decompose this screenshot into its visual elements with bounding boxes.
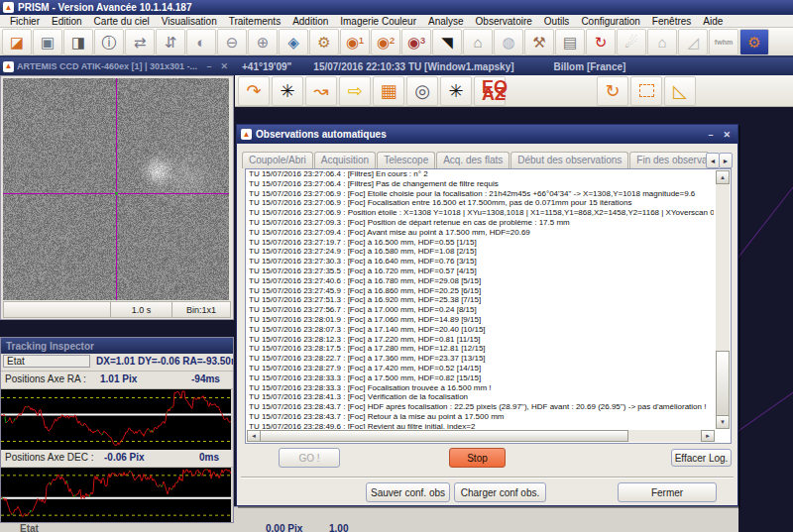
save-config-button[interactable]: Sauver conf. obs — [366, 482, 450, 502]
dome-gray-icon[interactable]: ⌂ — [647, 29, 677, 55]
load-config-button[interactable]: Charger conf obs. — [454, 482, 546, 502]
menu-item[interactable]: Visualisation — [156, 16, 223, 27]
tab-acquisition[interactable]: Acquisition — [314, 152, 376, 168]
log-line: TU 15/07/2016 23:28:17.5 : [Foc] à 17.28… — [249, 344, 714, 354]
comet-icon[interactable]: ☄ — [617, 29, 646, 55]
log-line: TU 15/07/2016 23:28:33.3 : [Foc] à 17.50… — [249, 373, 714, 383]
ccd-minimize-button[interactable]: – — [203, 61, 214, 71]
dialog-titlebar[interactable]: ▲ Observations automatiques – ✕ — [237, 125, 737, 144]
menu-item[interactable]: Observatoire — [470, 16, 538, 27]
menu-item[interactable]: Traitements — [223, 16, 286, 27]
status-datetime: 15/07/2016 22:10:33 TU [Window1.mapsky] — [313, 61, 513, 72]
zoom-out-icon[interactable]: ⊖ — [217, 29, 247, 55]
log-line: TU 15/07/2016 23:27:06.4 : [Filtres] Pas… — [249, 179, 714, 189]
center-frame-icon[interactable]: ✳ — [440, 76, 472, 106]
menu-item[interactable]: Outils — [538, 16, 576, 27]
telescope-icon[interactable]: ◥ — [432, 29, 462, 55]
info-icon[interactable]: ⓘ — [94, 29, 124, 55]
menu-item[interactable]: Carte du ciel — [88, 16, 156, 27]
camera-3-icon[interactable]: ◉³ — [401, 29, 431, 55]
tab-telescope[interactable]: Telescope — [377, 152, 435, 168]
toolbar-icon — [639, 84, 654, 97]
stop-button[interactable]: Stop — [449, 448, 506, 468]
display-adjust-icon[interactable]: ◨ — [63, 29, 93, 55]
pointing-arrow-icon[interactable]: ↷ — [238, 76, 270, 106]
tab-scroll-right-button[interactable]: ► — [719, 153, 733, 168]
save-icon[interactable]: ▣ — [33, 29, 62, 55]
log-line: TU 15/07/2016 23:28:33.3 : [Foc] Focalis… — [249, 383, 714, 393]
tab-scroll-left-button[interactable]: ◄ — [706, 153, 720, 168]
clear-log-button[interactable]: Effacer Log. — [671, 449, 732, 467]
robot-arm-icon[interactable]: ⚙ — [739, 29, 769, 55]
ccd-window-titlebar[interactable]: ▲ ARTEMIS CCD ATIK-460ex [1] | 301x301 -… — [0, 57, 234, 75]
menu-item[interactable]: Fichier — [4, 16, 46, 27]
refresh-icon[interactable]: ↻ — [586, 29, 616, 55]
magnifier-window-icon[interactable]: ◈ — [279, 29, 308, 55]
contrast-icon[interactable]: ◐ — [186, 29, 216, 55]
bottom-pixels-value: 0.00 Pix — [266, 523, 302, 532]
camera-1-icon[interactable]: ◉¹ — [340, 29, 370, 55]
bottom-state-label: Etat — [20, 523, 39, 532]
log-line: TU 15/07/2016 23:28:41.3 : [Foc] Vérific… — [249, 392, 714, 402]
tracking-dec-ms: 0ms — [199, 452, 219, 463]
scroll-down-icon[interactable]: ▼ — [716, 415, 730, 429]
go-button[interactable]: GO ! — [279, 448, 340, 468]
celestial-sphere-icon[interactable]: ◍ — [494, 29, 523, 55]
tab-fin-des-observations[interactable]: Fin des observations — [629, 152, 708, 168]
tracking-dec-row: Positions Axe DEC : -0.06 Pix 0ms — [1, 450, 233, 468]
close-dialog-button[interactable]: Fermer — [618, 482, 717, 502]
angle-tool-icon[interactable]: ◺ — [664, 76, 696, 106]
main-titlebar: ▲ PRISM - Version Avancée 10.1.14.187 — [0, 0, 793, 15]
guiding-monitor-icon[interactable]: ◎ — [406, 76, 438, 106]
goto-slew-icon[interactable]: ↝ — [305, 76, 337, 106]
vertical-scroll-thumb[interactable] — [716, 351, 730, 416]
bottom-extra-value: 1.00 — [329, 523, 348, 532]
eq-az-icon[interactable]: EQ AZ — [474, 76, 506, 106]
selection-box-icon[interactable] — [630, 76, 662, 106]
main-toolbar: ◪ ▣ ◨ ⓘ ⇄ ⇵ ◐ ⊖ ⊕ ◈ ⚙ ◉¹ — [0, 28, 793, 57]
dialog-tabs: Coupole/AbriAcquisitionTelescopeAcq. des… — [242, 150, 708, 168]
execution-log[interactable]: TU 15/07/2016 23:27:06.4 : [Filtres] En … — [245, 168, 732, 444]
dialog-close-button[interactable]: ✕ — [720, 130, 734, 140]
log-line: TU 15/07/2016 23:27:56.7 : [Foc] à 17.00… — [249, 305, 714, 315]
horizontal-scroll-thumb[interactable] — [260, 430, 628, 442]
zoom-in-icon[interactable]: ⊕ — [248, 29, 278, 55]
tracking-titlebar[interactable]: Tracking Inspector — [1, 338, 233, 354]
menu-item[interactable]: Edition — [46, 16, 88, 27]
scroll-left-icon[interactable]: ◄ — [247, 430, 261, 442]
flat-field-icon[interactable]: ◿ — [678, 29, 708, 55]
fwhm-icon[interactable]: fwhm — [709, 29, 738, 55]
camera-2-icon[interactable]: ◉² — [371, 29, 400, 55]
flip-vertical-icon[interactable]: ⇵ — [156, 29, 185, 55]
log-line: TU 15/07/2016 23:27:45.9 : [Foc] à 16.86… — [249, 286, 714, 296]
menu-item[interactable]: Configuration — [575, 16, 645, 27]
step-forward-icon[interactable]: ⇨ — [339, 76, 371, 106]
status-coordinates: +41°19'09" — [242, 61, 291, 72]
ephemeris-table-icon[interactable]: ▦ — [373, 76, 404, 106]
flip-horizontal-icon[interactable]: ⇄ — [125, 29, 155, 55]
dome-icon[interactable]: ⌂ — [463, 29, 493, 55]
menu-item[interactable]: Analyse — [422, 16, 470, 27]
tab-acq-des-flats[interactable]: Acq. des flats — [436, 152, 510, 168]
scroll-right-icon[interactable]: ► — [701, 430, 715, 442]
menu-item[interactable]: Addition — [286, 16, 334, 27]
log-vertical-scrollbar[interactable]: ▲ ▼ — [716, 170, 730, 429]
menu-item[interactable]: Imagerie Couleur — [334, 16, 422, 27]
dialog-title: Observations automatiques — [256, 129, 701, 140]
ccd-close-button[interactable]: ✕ — [217, 61, 231, 71]
toolbar-icon: ◪ — [10, 35, 24, 50]
tab-coupole-abri[interactable]: Coupole/Abri — [242, 152, 313, 168]
scroll-up-icon[interactable]: ▲ — [716, 170, 730, 184]
open-image-icon[interactable]: ◪ — [2, 29, 32, 55]
tab-debut-des-observations[interactable]: Début des observations — [510, 152, 628, 168]
ccd-image-canvas[interactable] — [3, 78, 229, 300]
rotate-field-icon[interactable]: ↻ — [597, 76, 628, 106]
dialog-minimize-button[interactable]: – — [705, 130, 716, 140]
histogram-icon[interactable]: ▤ — [555, 29, 585, 55]
settings-gear-icon[interactable]: ⚙ — [309, 29, 339, 55]
menu-item[interactable]: Fenêtres — [646, 16, 697, 27]
tools-icon[interactable]: ⚒ — [524, 29, 554, 55]
center-object-icon[interactable]: ✳ — [272, 76, 303, 106]
menu-item[interactable]: Aide — [697, 16, 729, 27]
log-horizontal-scrollbar[interactable]: ◄ ► — [247, 430, 715, 442]
